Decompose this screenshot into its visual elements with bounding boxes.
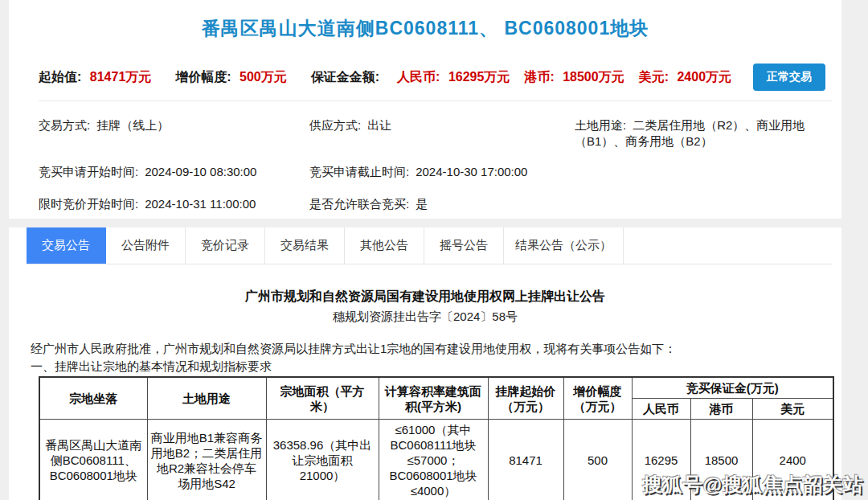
- joint-bid-allowed: 是否允许联合竞买:是: [309, 196, 575, 212]
- increment: 增价幅度: 500万元: [175, 69, 286, 86]
- listing-details: 交易方式:挂牌（线上） 供应方式:出让 土地用途:二类居住用地（R2）、商业用地…: [39, 117, 817, 212]
- header-deposit-usd: 美元: [752, 399, 833, 420]
- land-use-label: 土地用途:: [575, 118, 626, 132]
- listing-header-card: 番禺区禺山大道南侧BC0608111、 BC0608001地块 起始值: 814…: [9, 0, 841, 219]
- header-floor-area: 计算容积率建筑面积(平方米): [379, 377, 488, 420]
- header-area: 宗地面积（平方米）: [266, 377, 379, 420]
- supply-method-value: 出让: [367, 118, 391, 132]
- deposit-hkd: 港币: 18500万元: [524, 69, 624, 86]
- deposit-hkd-amount: 18500万元: [563, 70, 624, 84]
- header-land-use: 土地用途: [147, 377, 266, 420]
- details-row-1: 交易方式:挂牌（线上） 供应方式:出让 土地用途:二类居住用地（R2）、商业用地…: [39, 117, 817, 150]
- start-value-label: 起始值:: [39, 70, 81, 84]
- cell-area: 36358.96（其中出让宗地面积21000）: [266, 420, 379, 500]
- increment-amount: 500万元: [240, 70, 287, 84]
- header-deposit-hkd: 港币: [690, 399, 752, 420]
- details-row-3: 限时竞价开始时间:2024-10-31 11:00:00 是否允许联合竞买:是: [39, 196, 817, 212]
- start-value-amount: 81471万元: [90, 70, 152, 84]
- tab-result-notice[interactable]: 结果公告（公示）: [504, 227, 624, 264]
- cell-start-price: 81471: [488, 420, 563, 500]
- announcement-doc-number: 穗规划资源挂出告字〔2024〕58号: [9, 309, 841, 325]
- announcement-section-heading: 一、挂牌出让宗地的基本情况和规划指标要求: [31, 359, 819, 374]
- supply-method-label: 供应方式:: [309, 118, 361, 132]
- tab-bar: 交易公告 公告附件 竞价记录 交易结果 其他公告 摇号公告 结果公告（公示）: [27, 227, 832, 264]
- announcement-intro: 经广州市人民政府批准，广州市规划和自然资源局以挂牌方式出让1宗地的国有建设用地使…: [31, 341, 819, 356]
- deal-method-value: 挂牌（线上）: [96, 118, 169, 132]
- deposit-cny-amount: 16295万元: [448, 70, 510, 84]
- deposit: 保证金金额:: [311, 69, 384, 86]
- tab-bidding-records[interactable]: 竞价记录: [186, 227, 265, 264]
- apply-end-label: 竞买申请截止时间:: [309, 165, 409, 178]
- deal-method-label: 交易方式:: [39, 118, 90, 132]
- apply-start-value: 2024-09-10 08:30:00: [145, 165, 256, 178]
- details-row-2: 竞买申请开始时间:2024-09-10 08:30:00 竞买申请截止时间:20…: [39, 164, 817, 180]
- land-use: 土地用途:二类居住用地（R2）、商业用地（B1）、商务用地（B2）: [575, 117, 817, 150]
- tab-transaction-results[interactable]: 交易结果: [265, 227, 345, 264]
- deposit-usd-amount: 2400万元: [677, 70, 731, 84]
- page-title: 番禺区禺山大道南侧BC0608111、 BC0608001地块: [9, 0, 841, 41]
- cell-increment: 500: [563, 420, 632, 500]
- tab-lottery-notice[interactable]: 摇号公告: [424, 227, 504, 264]
- tab-notice-attachments[interactable]: 公告附件: [106, 227, 186, 264]
- normal-trade-status-button[interactable]: 正常交易: [753, 64, 825, 91]
- deal-method: 交易方式:挂牌（线上）: [39, 117, 309, 150]
- header-start-price: 挂牌起始价（万元）: [488, 377, 563, 420]
- tab-other-notices[interactable]: 其他公告: [345, 227, 424, 264]
- header-deposit-cny: 人民币: [632, 399, 690, 420]
- increment-label: 增价幅度:: [175, 70, 231, 84]
- price-summary-bar: 起始值: 81471万元 增价幅度: 500万元 保证金金额: 人民币: 162…: [39, 64, 825, 91]
- deposit-label: 保证金金额:: [311, 70, 379, 84]
- deposit-usd-label: 美元:: [639, 70, 669, 84]
- announcement-card: 交易公告 公告附件 竞价记录 交易结果 其他公告 摇号公告 结果公告（公示） 广…: [9, 227, 841, 500]
- announcement-title: 广州市规划和自然资源局国有建设用地使用权网上挂牌出让公告: [9, 289, 841, 305]
- header-deposit-group: 竞买保证金(万元): [632, 377, 833, 399]
- cell-location: 番禺区禺山大道南侧BC0608111、BC0608001地块: [39, 420, 147, 500]
- header-location: 宗地坐落: [39, 377, 147, 420]
- timed-bidding-start: 限时竞价开始时间:2024-10-31 11:00:00: [39, 196, 309, 212]
- deposit-cny: 人民币: 16295万元: [397, 69, 510, 86]
- deposit-hkd-label: 港币:: [524, 70, 554, 84]
- apply-end-time: 竞买申请截止时间:2024-10-30 17:00:00: [309, 164, 575, 180]
- apply-start-time: 竞买申请开始时间:2024-09-10 08:30:00: [39, 164, 309, 180]
- deposit-usd: 美元: 2400万元: [639, 69, 731, 86]
- table-header-row-1: 宗地坐落 土地用途 宗地面积（平方米） 计算容积率建筑面积(平方米) 挂牌起始价…: [39, 377, 833, 399]
- start-value: 起始值: 81471万元: [39, 69, 151, 86]
- deposit-cny-label: 人民币:: [397, 70, 440, 84]
- cell-land-use: 商业用地B1兼容商务用地B2；二类居住用地R2兼容社会停车场用地S42: [147, 420, 266, 500]
- supply-method: 供应方式:出让: [309, 117, 575, 150]
- apply-start-label: 竞买申请开始时间:: [39, 165, 138, 178]
- sohu-watermark: 搜狐号@搜狐焦点韶关站: [643, 472, 863, 498]
- header-increment: 增价幅度（万元）: [563, 377, 632, 420]
- joint-bid-value: 是: [416, 197, 428, 211]
- divider: [39, 100, 832, 101]
- cell-floor-area: ≤61000（其中BC0608111地块≤57000；BC0608001地块≤4…: [379, 420, 488, 500]
- tab-transaction-notice[interactable]: 交易公告: [27, 227, 106, 264]
- apply-end-value: 2024-10-30 17:00:00: [416, 165, 527, 178]
- bid-start-value: 2024-10-31 11:00:00: [145, 197, 256, 211]
- bid-start-label: 限时竞价开始时间:: [39, 197, 138, 211]
- joint-bid-label: 是否允许联合竞买:: [309, 197, 409, 211]
